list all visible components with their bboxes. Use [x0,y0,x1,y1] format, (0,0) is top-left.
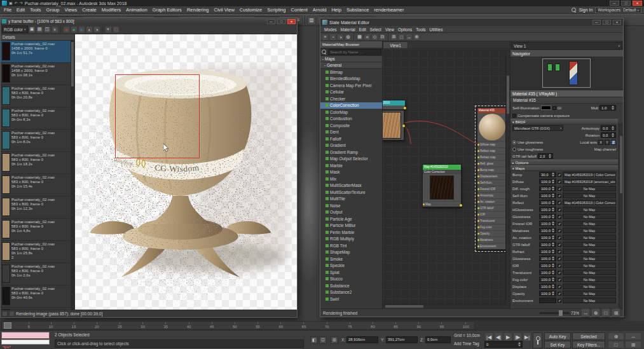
map-type-gradient[interactable]: Gradient [320,142,382,149]
map-type-dent[interactable]: Dent [320,129,382,136]
map-amount-spinner[interactable]: 30,0 [539,172,556,177]
map-enable-checkbox[interactable] [558,187,561,191]
slate-close-button[interactable]: × [613,20,621,25]
spinner-arrows[interactable] [552,291,554,296]
spinner-arrows[interactable] [552,207,554,212]
spinner-arrows[interactable] [552,256,554,261]
map-enable-checkbox[interactable] [558,215,561,219]
slate-menu-select[interactable]: Select [368,27,383,32]
use-glossiness-radio[interactable] [512,140,516,144]
zoom-region-view-icon[interactable]: □ [601,308,610,317]
render-history-item[interactable]: Puchar-materialy_02.max583 x 800, frame … [1,130,71,152]
menu-create[interactable]: Create [79,7,99,13]
spinner-arrows[interactable] [552,249,554,254]
material-slot-gtr-falloff[interactable]: GTR falloff [477,205,507,211]
z-coordinate-field[interactable]: 0,0cm [425,336,451,343]
history-details-header[interactable]: Details [1,34,74,41]
menu-substance[interactable]: Substance [344,7,371,13]
vfb-maximize-button[interactable]: □ [277,19,285,24]
map-amount-spinner[interactable]: 100,0 [539,277,556,282]
map-button[interactable]: No Map [563,228,616,233]
map-amount-spinner[interactable]: 100,0 [539,186,556,191]
toggle-scene-explorer-icon[interactable]: ▥ [307,16,316,25]
spinner-arrows[interactable] [552,284,554,289]
search-input[interactable] [328,49,381,55]
spinner-arrows[interactable] [552,235,554,240]
spinner-arrows[interactable] [552,193,554,198]
layout-children-icon[interactable]: ◇ [371,34,378,41]
maximize-viewport-toggle-icon[interactable]: ⊞ [625,341,641,348]
map-type-noise[interactable]: Noise [320,202,382,209]
undo-quick-icon[interactable]: ↶ [15,1,18,6]
map-button[interactable]: Map #1459282018 (american_elm_diff... [563,179,616,184]
layout-all-vertical-icon[interactable]: ≡ [364,34,371,41]
map-type-colorcorrection[interactable]: ColorCorrection [320,102,382,109]
node-output-dot[interactable] [460,204,462,207]
slate-menu-options[interactable]: Options [396,27,414,32]
menu-scripting[interactable]: Scripting [264,7,288,13]
map-enable-checkbox[interactable] [558,229,561,233]
slate-menu-edit[interactable]: Edit [357,27,368,32]
options-section-header[interactable]: ▸Options [510,160,618,165]
render-history-item[interactable]: Puchar-materialy_02.max583 x 800, frame … [1,263,71,285]
tab-view1[interactable]: View1 [383,41,408,48]
map-amount-spinner[interactable]: 100,0 [539,179,556,184]
map-type-rgb-tint[interactable]: RGB Tint [320,242,382,249]
map-button[interactable]: Map #1459282019 ( Color Correction [563,200,616,205]
vray-frame-buffer-window[interactable]: y frame buffer - [100% of 583 x 800] ─ □… [0,17,298,318]
material-parameters-header[interactable]: Material #35 ( VRayMtl ) [510,90,623,97]
map-type-mask[interactable]: Mask [320,169,382,176]
slate-material-editor-window[interactable]: Slate Material Editor ─ □ × ModesMateria… [320,18,624,317]
render-history-item[interactable]: Puchar-materialy_02.max583 x 800, frame … [1,174,71,196]
menu-group[interactable]: Group [44,7,62,13]
map-amount-spinner[interactable] [539,298,556,303]
spinner-arrows[interactable] [552,221,554,226]
map-type-output[interactable]: Output [320,209,382,216]
map-type-substance2[interactable]: Substance2 [320,289,382,296]
mult-spinner[interactable]: 1,0 [599,105,616,111]
vfb-minimize-button[interactable]: ─ [267,19,275,24]
render-history-item[interactable]: Puchar-materialy_02.max583 x 800, frame … [1,107,71,130]
node-view-vscrollbar[interactable] [505,57,510,304]
navigator-canvas[interactable] [510,57,623,90]
go-to-start-button[interactable]: |◀ [484,332,493,341]
maximize-button[interactable]: □ [621,1,631,6]
map-type-falloff[interactable]: Falloff [320,135,382,142]
gtr-tail-falloff-spinner[interactable]: 2,0 [538,153,553,159]
coordinate-mode-toggle-icon[interactable]: ⊞ [331,336,338,344]
material-slot-an-rotation[interactable]: An. rotation [477,198,507,205]
menu-content[interactable]: Content [288,7,310,13]
local-axis-x-button[interactable]: X [598,140,603,145]
map-button[interactable]: No Map [563,186,616,191]
map-type-bitmap[interactable]: Bitmap [320,69,382,76]
map-button[interactable]: No Map [563,298,616,303]
red-channel-icon[interactable]: ● [63,26,70,33]
node-output-dot[interactable] [404,107,406,109]
set-keys-button[interactable] [533,332,542,348]
map-amount-spinner[interactable]: 100,0 [539,270,556,275]
menu-arnold[interactable]: Arnold [310,7,329,13]
map-enable-checkbox[interactable] [558,299,561,303]
map-button[interactable]: No Map [563,214,616,219]
map-button[interactable]: No Map [563,193,616,198]
maps-group-header[interactable]: - Maps [320,56,382,62]
map-button[interactable]: No Map [563,277,616,282]
map-type-particle-mblur[interactable]: Particle MBlur [320,222,382,229]
spinner-arrows[interactable] [552,228,554,233]
monochrome-icon[interactable]: ◑ [93,26,100,33]
cc-map-slot[interactable]: Map [425,203,431,206]
vfb-pause-icon[interactable] [9,311,15,317]
vfb-stop-icon[interactable] [2,311,8,317]
selection-lock-toggle-icon[interactable]: ⊡ [319,336,327,344]
map-type-map-output-selector[interactable]: Map Output Selector [320,156,382,163]
local-axis-z-button[interactable]: Z [611,140,616,145]
y-coordinate-field[interactable]: 391,27cm [386,336,418,343]
map-type-combustion[interactable]: Combustion [320,116,382,123]
map-button[interactable]: No Map [563,242,616,247]
material-slot-reflect-map[interactable]: Reflect map [477,147,507,154]
map-amount-spinner[interactable]: 100,0 [539,214,556,219]
node-texture-preview[interactable] [383,110,404,140]
material-slot-fresnel-ior[interactable]: Fresnel IOR [477,186,507,192]
spinner-arrows[interactable] [552,186,554,191]
rendered-image-view[interactable]: CG Wisdom Wisdom [75,34,297,310]
